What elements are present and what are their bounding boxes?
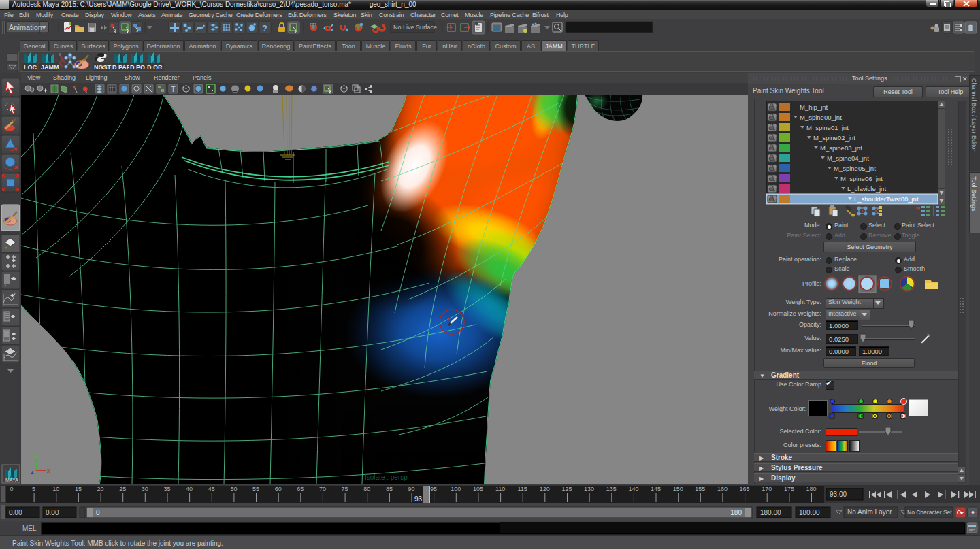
svg-text:0: 0 bbox=[96, 509, 100, 516]
svg-text:135: 135 bbox=[606, 486, 617, 493]
svg-text:90: 90 bbox=[408, 486, 414, 493]
svg-text:NGST: NGST bbox=[94, 64, 112, 71]
svg-text:JAMM: JAMM bbox=[41, 64, 59, 71]
svg-text:No Character Set: No Character Set bbox=[907, 509, 952, 516]
svg-text:100: 100 bbox=[451, 486, 461, 493]
svg-text:z: z bbox=[31, 469, 34, 476]
svg-text:M_spine04_jnt: M_spine04_jnt bbox=[827, 154, 869, 162]
svg-text:y: y bbox=[34, 454, 37, 461]
svg-text:80: 80 bbox=[363, 486, 370, 493]
svg-text:Animation: Animation bbox=[9, 23, 42, 31]
svg-text:85: 85 bbox=[386, 486, 393, 493]
svg-text:0: 0 bbox=[10, 486, 13, 493]
svg-text:180.00: 180.00 bbox=[760, 509, 781, 516]
svg-text:D OR: D OR bbox=[147, 64, 163, 71]
svg-text:10: 10 bbox=[52, 486, 59, 493]
svg-text:93: 93 bbox=[414, 495, 423, 503]
svg-text:0.00: 0.00 bbox=[46, 509, 59, 516]
svg-text:105: 105 bbox=[473, 486, 483, 493]
svg-text:30: 30 bbox=[142, 486, 148, 493]
svg-text:170: 170 bbox=[762, 486, 772, 493]
svg-text:?: ? bbox=[262, 23, 267, 33]
svg-text:M_hip_jnt: M_hip_jnt bbox=[800, 103, 828, 111]
svg-text:93.00: 93.00 bbox=[830, 490, 847, 498]
svg-text:15: 15 bbox=[75, 486, 82, 493]
svg-text:20: 20 bbox=[97, 486, 104, 493]
svg-text:130: 130 bbox=[584, 486, 594, 493]
svg-text:25: 25 bbox=[119, 486, 126, 493]
svg-text:75: 75 bbox=[342, 486, 348, 493]
svg-text:M_spine00_jnt: M_spine00_jnt bbox=[800, 114, 842, 121]
svg-text:35: 35 bbox=[163, 486, 170, 493]
svg-text:M_spine01_jnt: M_spine01_jnt bbox=[806, 124, 849, 131]
svg-text:No Anim Layer: No Anim Layer bbox=[847, 508, 892, 516]
svg-text:55: 55 bbox=[252, 486, 259, 493]
svg-text:T: T bbox=[171, 85, 176, 93]
svg-text:D PAF: D PAF bbox=[112, 64, 131, 71]
svg-text:M_spine06_jnt: M_spine06_jnt bbox=[840, 175, 883, 182]
svg-text:145: 145 bbox=[651, 486, 661, 493]
svg-text:50: 50 bbox=[230, 486, 237, 493]
svg-text:0.00: 0.00 bbox=[9, 509, 22, 516]
svg-text:MAYA: MAYA bbox=[5, 478, 18, 482]
svg-text:M_spine05_jnt: M_spine05_jnt bbox=[834, 165, 876, 172]
svg-text:70: 70 bbox=[319, 486, 326, 493]
svg-text:M_spine02_jnt: M_spine02_jnt bbox=[813, 134, 855, 142]
svg-text:115: 115 bbox=[518, 486, 527, 493]
svg-text:140: 140 bbox=[628, 486, 638, 493]
svg-text:65: 65 bbox=[297, 486, 304, 493]
svg-text:D PO: D PO bbox=[130, 64, 145, 71]
svg-text:LOC: LOC bbox=[24, 64, 37, 71]
svg-text:40: 40 bbox=[186, 486, 193, 493]
svg-text:x: x bbox=[47, 467, 50, 474]
svg-text:110: 110 bbox=[495, 486, 505, 493]
svg-text:60: 60 bbox=[275, 486, 282, 493]
svg-text:Isolate : persp: Isolate : persp bbox=[365, 473, 408, 481]
svg-text:180: 180 bbox=[806, 486, 816, 493]
svg-text:L_clavicle_jnt: L_clavicle_jnt bbox=[847, 185, 886, 193]
svg-text:125: 125 bbox=[561, 486, 572, 493]
svg-text:175: 175 bbox=[784, 486, 794, 493]
svg-text:45: 45 bbox=[208, 486, 215, 493]
svg-text:No Live Surface: No Live Surface bbox=[393, 24, 437, 31]
svg-text:150: 150 bbox=[673, 486, 683, 493]
svg-text:165: 165 bbox=[740, 486, 750, 493]
svg-text:155: 155 bbox=[695, 486, 705, 493]
svg-text:L_shoulderTwist00_jnt: L_shoulderTwist00_jnt bbox=[854, 195, 919, 203]
svg-text:180: 180 bbox=[730, 509, 742, 516]
svg-text:95: 95 bbox=[430, 486, 437, 493]
svg-text:160: 160 bbox=[717, 486, 728, 493]
svg-text:120: 120 bbox=[540, 486, 550, 493]
svg-text:M_spine03_jnt: M_spine03_jnt bbox=[820, 144, 862, 152]
svg-text:5: 5 bbox=[32, 486, 35, 493]
svg-text:180.00: 180.00 bbox=[799, 509, 820, 516]
